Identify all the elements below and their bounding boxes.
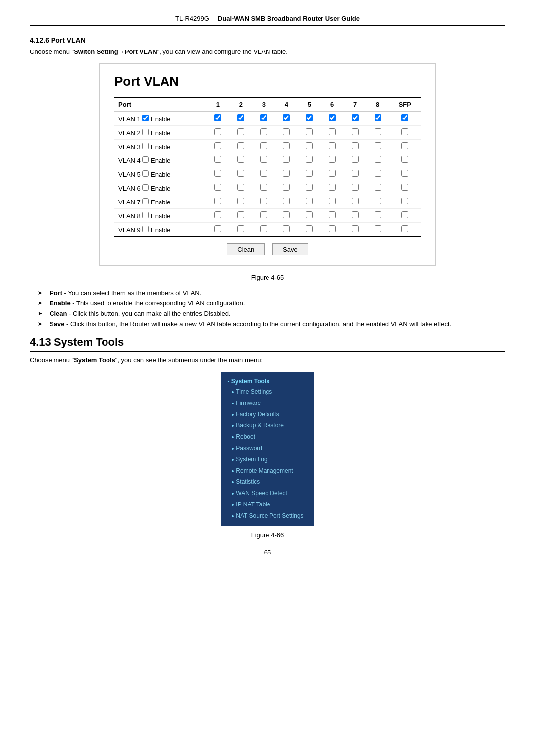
sidebar-item-remote-management[interactable]: •Remote Management <box>221 466 313 477</box>
port-checkbox[interactable] <box>329 170 336 177</box>
port-checkbox[interactable] <box>306 156 313 163</box>
vlan-enable-checkbox[interactable] <box>142 198 149 204</box>
clean-button[interactable]: Clean <box>227 243 265 255</box>
port-checkbox[interactable] <box>352 211 359 218</box>
port-checkbox[interactable] <box>237 170 244 177</box>
port-checkbox[interactable] <box>352 142 359 149</box>
vlan-enable-checkbox[interactable] <box>142 212 149 218</box>
port-checkbox[interactable] <box>329 128 336 135</box>
sidebar-item-password[interactable]: •Password <box>221 443 313 454</box>
port-checkbox[interactable] <box>237 128 244 135</box>
port-checkbox[interactable] <box>352 128 359 135</box>
port-checkbox[interactable] <box>401 156 408 163</box>
port-checkbox[interactable] <box>214 225 221 232</box>
vlan-enable-checkbox[interactable] <box>142 143 149 149</box>
port-checkbox[interactable] <box>374 211 381 218</box>
port-checkbox[interactable] <box>329 211 336 218</box>
port-checkbox[interactable] <box>352 170 359 177</box>
sidebar-item-time-settings[interactable]: •Time Settings <box>221 387 313 398</box>
port-checkbox[interactable] <box>214 198 221 204</box>
sidebar-item-reboot[interactable]: •Reboot <box>221 432 313 443</box>
port-checkbox[interactable] <box>352 198 359 204</box>
port-checkbox[interactable] <box>374 142 381 149</box>
port-checkbox[interactable] <box>401 198 408 204</box>
sidebar-item-nat-source-port-settings[interactable]: •NAT Source Port Settings <box>221 511 313 522</box>
sidebar-item-backup-&-restore[interactable]: •Backup & Restore <box>221 420 313 432</box>
port-checkbox[interactable] <box>237 184 244 191</box>
port-checkbox[interactable] <box>237 198 244 204</box>
port-checkbox[interactable] <box>260 156 267 163</box>
port-checkbox[interactable] <box>237 225 244 232</box>
port-checkbox[interactable] <box>237 114 244 121</box>
port-checkbox[interactable] <box>352 184 359 191</box>
port-checkbox[interactable] <box>306 128 313 135</box>
vlan-enable-checkbox[interactable] <box>142 226 149 232</box>
port-checkbox[interactable] <box>260 225 267 232</box>
port-checkbox[interactable] <box>283 198 290 204</box>
port-checkbox[interactable] <box>329 198 336 204</box>
port-checkbox[interactable] <box>283 184 290 191</box>
port-checkbox[interactable] <box>283 170 290 177</box>
port-checkbox[interactable] <box>401 128 408 135</box>
port-checkbox[interactable] <box>401 114 408 121</box>
port-checkbox[interactable] <box>352 114 359 121</box>
port-checkbox[interactable] <box>283 142 290 149</box>
vlan-enable-checkbox[interactable] <box>142 184 149 191</box>
port-checkbox[interactable] <box>283 211 290 218</box>
port-checkbox[interactable] <box>329 114 336 121</box>
save-button[interactable]: Save <box>272 243 308 255</box>
sidebar-item-wan-speed-detect[interactable]: •WAN Speed Detect <box>221 488 313 500</box>
port-checkbox[interactable] <box>352 156 359 163</box>
vlan-enable-checkbox[interactable] <box>142 129 149 135</box>
sidebar-item-firmware[interactable]: •Firmware <box>221 398 313 409</box>
port-checkbox[interactable] <box>214 184 221 191</box>
port-checkbox[interactable] <box>329 184 336 191</box>
vlan-enable-checkbox[interactable] <box>142 156 149 163</box>
port-checkbox[interactable] <box>306 170 313 177</box>
port-checkbox[interactable] <box>237 211 244 218</box>
port-checkbox[interactable] <box>401 211 408 218</box>
port-checkbox[interactable] <box>214 156 221 163</box>
port-checkbox[interactable] <box>306 114 313 121</box>
port-checkbox[interactable] <box>374 198 381 204</box>
port-checkbox[interactable] <box>214 211 221 218</box>
port-checkbox[interactable] <box>260 184 267 191</box>
port-checkbox[interactable] <box>260 114 267 121</box>
port-checkbox[interactable] <box>306 198 313 204</box>
port-checkbox[interactable] <box>401 184 408 191</box>
port-checkbox[interactable] <box>214 170 221 177</box>
port-checkbox[interactable] <box>401 225 408 232</box>
port-checkbox[interactable] <box>237 156 244 163</box>
port-checkbox[interactable] <box>374 156 381 163</box>
port-checkbox[interactable] <box>283 128 290 135</box>
port-checkbox[interactable] <box>214 128 221 135</box>
port-checkbox[interactable] <box>352 225 359 232</box>
port-checkbox[interactable] <box>283 114 290 121</box>
port-checkbox[interactable] <box>214 114 221 121</box>
port-checkbox[interactable] <box>374 128 381 135</box>
port-checkbox[interactable] <box>283 225 290 232</box>
sidebar-item-system-log[interactable]: •System Log <box>221 454 313 466</box>
port-checkbox[interactable] <box>283 156 290 163</box>
port-checkbox[interactable] <box>306 142 313 149</box>
port-checkbox[interactable] <box>260 170 267 177</box>
port-checkbox[interactable] <box>401 170 408 177</box>
port-checkbox[interactable] <box>374 225 381 232</box>
sidebar-item-factory-defaults[interactable]: •Factory Defaults <box>221 409 313 421</box>
port-checkbox[interactable] <box>260 142 267 149</box>
port-checkbox[interactable] <box>306 225 313 232</box>
sidebar-item-statistics[interactable]: •Statistics <box>221 477 313 488</box>
port-checkbox[interactable] <box>260 211 267 218</box>
port-checkbox[interactable] <box>374 184 381 191</box>
port-checkbox[interactable] <box>260 128 267 135</box>
port-checkbox[interactable] <box>329 142 336 149</box>
port-checkbox[interactable] <box>329 225 336 232</box>
port-checkbox[interactable] <box>214 142 221 149</box>
port-checkbox[interactable] <box>237 142 244 149</box>
vlan-enable-checkbox[interactable] <box>142 115 149 121</box>
port-checkbox[interactable] <box>329 156 336 163</box>
port-checkbox[interactable] <box>306 211 313 218</box>
vlan-enable-checkbox[interactable] <box>142 170 149 177</box>
port-checkbox[interactable] <box>260 198 267 204</box>
sidebar-item-ip-nat-table[interactable]: •IP NAT Table <box>221 500 313 511</box>
